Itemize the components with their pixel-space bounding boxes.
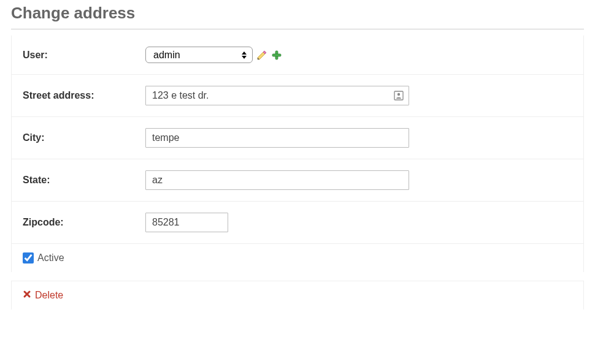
label-state: State:	[23, 175, 145, 186]
row-state: State:	[12, 159, 583, 202]
contact-card-icon[interactable]	[393, 90, 404, 101]
address-form: User: admin	[11, 36, 584, 272]
delete-section: Delete	[11, 281, 584, 309]
controls-zipcode	[145, 213, 228, 232]
label-active: Active	[37, 252, 64, 264]
delete-link[interactable]: Delete	[23, 290, 63, 301]
zipcode-input[interactable]	[145, 213, 228, 232]
page-title: Change address	[11, 0, 584, 29]
row-city: City:	[12, 117, 583, 159]
city-input[interactable]	[145, 128, 409, 148]
svg-point-3	[397, 93, 400, 96]
row-user: User: admin	[12, 36, 583, 75]
label-user: User:	[23, 50, 145, 61]
controls-city	[145, 128, 409, 148]
pencil-icon[interactable]	[256, 50, 267, 61]
controls-state	[145, 170, 409, 190]
street-input[interactable]	[145, 86, 409, 105]
active-checkbox[interactable]	[23, 252, 34, 264]
delete-label: Delete	[35, 290, 63, 301]
row-zipcode: Zipcode:	[12, 202, 583, 244]
svg-rect-1	[272, 54, 281, 56]
label-city: City:	[23, 132, 145, 143]
label-zipcode: Zipcode:	[23, 217, 145, 228]
user-select-wrapper: admin	[145, 47, 253, 63]
label-street: Street address:	[23, 90, 145, 101]
row-active: Active	[12, 244, 583, 272]
delete-x-icon	[23, 290, 31, 301]
state-input[interactable]	[145, 170, 409, 190]
controls-user: admin	[145, 47, 282, 63]
row-street: Street address:	[12, 75, 583, 117]
plus-icon[interactable]	[271, 50, 282, 61]
user-select[interactable]: admin	[145, 47, 253, 63]
street-input-wrapper	[145, 86, 409, 105]
controls-street	[145, 86, 409, 105]
